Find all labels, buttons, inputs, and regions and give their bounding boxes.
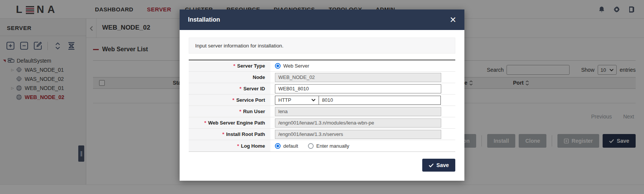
- required-mark: *: [232, 97, 234, 103]
- field-label: * Web Server Engine Path: [189, 117, 270, 128]
- field-label: * Service Port: [189, 95, 270, 106]
- modal-body: Input server information for installatio…: [180, 30, 464, 181]
- label-text: Run User: [243, 109, 265, 114]
- field-value: Web Server: [270, 60, 455, 71]
- label-text: Server Type: [237, 63, 265, 69]
- required-mark: *: [240, 86, 242, 91]
- form-row-engine-path: * Web Server Engine Path: [189, 117, 455, 129]
- server-id-field[interactable]: [275, 84, 441, 93]
- required-mark: *: [237, 143, 239, 149]
- install-root-field: [275, 130, 441, 139]
- modal-save-button[interactable]: Save: [422, 159, 455, 172]
- modal-header: Installation ×: [180, 9, 464, 30]
- protocol-value: HTTP: [278, 97, 309, 103]
- radio-label: default: [283, 143, 298, 149]
- label-text: Server ID: [243, 86, 265, 91]
- field-label: * Install Root Path: [189, 129, 270, 140]
- radio-label: Web Server: [283, 63, 309, 69]
- port-field[interactable]: [319, 96, 441, 105]
- radio-label: Enter manually: [316, 143, 349, 149]
- label-text: Web Server Engine Path: [208, 120, 265, 126]
- modal-footer: Save: [189, 159, 455, 172]
- form-row-service-port: * Service Port HTTP: [189, 95, 455, 106]
- field-value: [270, 117, 455, 128]
- label-text: Node: [253, 74, 265, 80]
- protocol-select[interactable]: HTTP: [275, 96, 319, 105]
- required-mark: *: [239, 109, 241, 114]
- engine-path-field: [275, 118, 441, 128]
- form-row-run-user: * Run User: [189, 106, 455, 117]
- field-value: [270, 106, 455, 117]
- field-value: default Enter manually: [270, 140, 455, 151]
- label-text: Install Root Path: [226, 131, 265, 137]
- check-icon: [429, 163, 434, 167]
- run-user-field: [275, 107, 441, 116]
- installation-modal: Installation × Input server information …: [180, 9, 464, 181]
- field-value: HTTP: [270, 95, 455, 106]
- lena-app: L N A DASHBOARD SERVER CLUSTER RESOURCE …: [0, 0, 644, 194]
- form-row-install-root: * Install Root Path: [189, 129, 455, 140]
- server-type-radio[interactable]: [275, 63, 281, 69]
- required-mark: *: [233, 63, 235, 69]
- required-mark: *: [222, 131, 224, 137]
- node-field: [275, 73, 441, 82]
- field-value: [270, 72, 455, 83]
- field-label: * Server ID: [189, 83, 270, 94]
- required-mark: *: [204, 120, 206, 126]
- field-value: [270, 83, 455, 94]
- field-value: [270, 129, 455, 140]
- form-row-node: Node: [189, 72, 455, 83]
- form-row-server-id: * Server ID: [189, 83, 455, 95]
- form-row-log-home: * Log Home default Enter manually: [189, 140, 455, 151]
- close-icon[interactable]: ×: [450, 14, 456, 25]
- button-label: Save: [436, 162, 449, 168]
- label-text: Log Home: [241, 143, 265, 149]
- installation-form: * Server Type Web Server Node: [189, 60, 455, 152]
- form-row-server-type: * Server Type Web Server: [189, 60, 455, 72]
- log-home-manual-radio[interactable]: [308, 143, 314, 149]
- chevron-down-icon: [311, 99, 316, 101]
- modal-title: Installation: [188, 16, 450, 23]
- field-label: * Server Type: [189, 60, 270, 71]
- log-home-default-radio[interactable]: [275, 143, 281, 149]
- field-label: * Run User: [189, 106, 270, 117]
- label-text: Service Port: [236, 97, 265, 103]
- field-label: * Log Home: [189, 140, 270, 151]
- modal-info-text: Input server information for installatio…: [189, 38, 455, 54]
- field-label: Node: [189, 72, 270, 83]
